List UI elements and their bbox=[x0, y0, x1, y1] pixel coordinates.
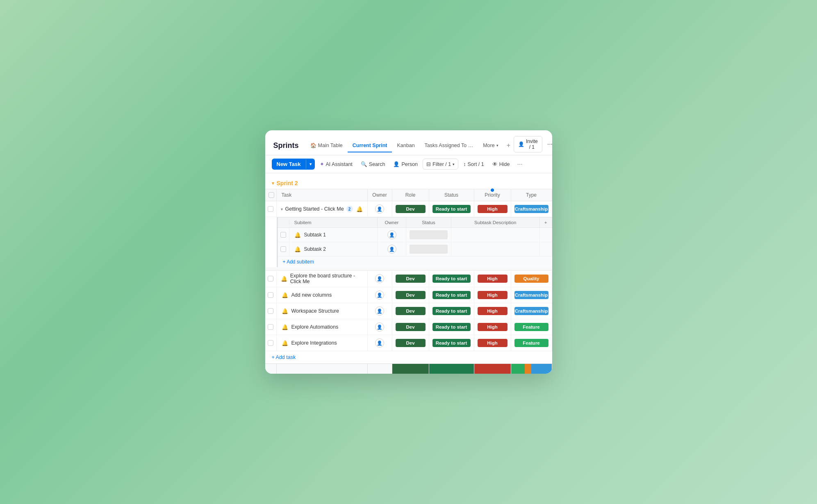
row-checkbox[interactable] bbox=[268, 324, 273, 330]
row-checkbox-cell bbox=[265, 303, 277, 319]
avatar[interactable]: 👤 bbox=[375, 204, 384, 213]
toolbar: New Task ▾ ✦ AI Assistant 🔍 Search 👤 Per… bbox=[265, 155, 552, 173]
row-checkbox[interactable] bbox=[268, 292, 273, 298]
task-cell[interactable]: 🔔 Explore the board structure - Click Me bbox=[277, 270, 368, 287]
subitem-name-cell[interactable]: 🔔 Subtask 2 bbox=[289, 242, 378, 256]
subitem-status-cell[interactable] bbox=[406, 242, 451, 256]
status-cell[interactable]: Ready to start bbox=[429, 335, 474, 351]
role-badge: Dev bbox=[396, 307, 426, 315]
tab-tasks-assigned[interactable]: Tasks Assigned To … bbox=[420, 139, 478, 152]
role-cell[interactable]: Dev bbox=[392, 303, 429, 319]
owner-cell: 👤 bbox=[368, 303, 392, 319]
role-cell[interactable]: Dev bbox=[392, 319, 429, 335]
subitem-th-add[interactable]: + bbox=[540, 218, 552, 227]
ai-assistant-button[interactable]: ✦ AI Assistant bbox=[316, 159, 356, 169]
add-task-button[interactable]: + Add task bbox=[265, 351, 552, 363]
subitem-avatar[interactable]: 👤 bbox=[387, 230, 396, 239]
owner-cell: 👤 bbox=[368, 201, 392, 217]
avatar[interactable]: 👤 bbox=[375, 322, 384, 331]
avatar[interactable]: 👤 bbox=[375, 274, 384, 283]
tab-kanban[interactable]: Kanban bbox=[392, 139, 419, 152]
subitem-owner-cell: 👤 bbox=[378, 228, 406, 242]
avatar[interactable]: 👤 bbox=[375, 338, 384, 347]
role-cell[interactable]: Dev bbox=[392, 201, 429, 217]
subitem-checkbox[interactable] bbox=[280, 232, 286, 238]
sprint-chevron-icon[interactable]: ▾ bbox=[272, 181, 274, 186]
role-cell[interactable]: Dev bbox=[392, 287, 429, 303]
priority-cell[interactable]: High bbox=[474, 303, 511, 319]
row-checkbox[interactable] bbox=[268, 340, 273, 346]
subitem-name-cell[interactable]: 🔔 Subtask 1 bbox=[289, 228, 378, 242]
subitem-desc-cell[interactable] bbox=[451, 242, 540, 256]
role-cell[interactable]: Dev bbox=[392, 271, 429, 286]
filter-button[interactable]: ⊟ Filter / 1 ▾ bbox=[423, 159, 458, 170]
notification-icon: 🔔 bbox=[281, 291, 289, 299]
type-cell[interactable]: Feature bbox=[511, 319, 552, 335]
new-task-button[interactable]: New Task ▾ bbox=[272, 159, 315, 170]
type-cell[interactable]: Craftsmanship bbox=[511, 201, 552, 217]
task-cell[interactable]: 🔔 Add new columns bbox=[277, 287, 368, 303]
search-button[interactable]: 🔍 Search bbox=[357, 159, 389, 169]
row-checkbox-cell bbox=[265, 201, 277, 217]
task-cell[interactable]: 🔔 Explore Automations bbox=[277, 319, 368, 335]
filter-icon: ⊟ bbox=[426, 161, 431, 167]
header-more-button[interactable]: ··· bbox=[545, 139, 552, 150]
priority-badge: High bbox=[478, 339, 507, 347]
th-role: Role bbox=[392, 189, 429, 201]
row-spacer bbox=[265, 267, 552, 270]
status-cell[interactable]: Ready to start bbox=[429, 271, 474, 286]
tab-more[interactable]: More ▾ bbox=[478, 139, 503, 152]
role-summary-bar bbox=[392, 364, 429, 374]
hide-button[interactable]: 👁 Hide bbox=[489, 159, 513, 169]
task-cell[interactable]: ▾ Getting Started - Click Me 2 🔔 bbox=[277, 201, 368, 217]
subitem-desc-cell[interactable] bbox=[451, 228, 540, 242]
new-task-arrow-icon[interactable]: ▾ bbox=[306, 159, 315, 169]
expand-icon[interactable]: ▾ bbox=[281, 207, 283, 211]
type-badge: Feature bbox=[514, 323, 548, 331]
select-all-checkbox[interactable] bbox=[269, 192, 274, 198]
tab-main-table[interactable]: 🏠 Main Table bbox=[305, 139, 348, 152]
subitem-avatar[interactable]: 👤 bbox=[387, 245, 396, 254]
type-bar-seg-quality bbox=[525, 364, 532, 374]
priority-cell[interactable]: High bbox=[474, 287, 511, 303]
priority-cell[interactable]: High bbox=[474, 319, 511, 335]
priority-cell[interactable]: High bbox=[474, 201, 511, 217]
summary-type bbox=[511, 364, 552, 374]
add-subitem-button[interactable]: + Add subitem bbox=[278, 257, 552, 267]
type-cell[interactable]: Craftsmanship bbox=[511, 287, 552, 303]
subitem-extra-cell bbox=[540, 228, 552, 242]
task-name: Workspace Structure bbox=[291, 308, 339, 314]
row-checkbox[interactable] bbox=[268, 206, 273, 212]
tab-current-sprint[interactable]: Current Sprint bbox=[348, 139, 392, 152]
new-task-label: New Task bbox=[272, 159, 306, 170]
app-window: Sprints 🏠 Main Table Current Sprint Kanb… bbox=[265, 130, 552, 374]
priority-bar-seg bbox=[474, 364, 511, 374]
priority-cell[interactable]: High bbox=[474, 335, 511, 351]
role-cell[interactable]: Dev bbox=[392, 335, 429, 351]
add-tab-button[interactable]: + bbox=[503, 138, 514, 152]
subitem-status-cell[interactable] bbox=[406, 228, 451, 242]
status-cell[interactable]: Ready to start bbox=[429, 201, 474, 217]
avatar[interactable]: 👤 bbox=[375, 291, 384, 300]
status-cell[interactable]: Ready to start bbox=[429, 287, 474, 303]
notification-icon: 🔔 bbox=[281, 275, 288, 283]
type-cell[interactable]: Feature bbox=[511, 335, 552, 351]
priority-cell[interactable]: High bbox=[474, 271, 511, 286]
row-checkbox[interactable] bbox=[268, 276, 273, 282]
sort-button[interactable]: ↕ Sort / 1 bbox=[460, 159, 487, 169]
person-filter-button[interactable]: 👤 Person bbox=[390, 159, 421, 169]
task-cell[interactable]: 🔔 Workspace Structure bbox=[277, 303, 368, 319]
avatar[interactable]: 👤 bbox=[375, 306, 384, 316]
status-cell[interactable]: Ready to start bbox=[429, 319, 474, 335]
toolbar-more-button[interactable]: ··· bbox=[515, 159, 524, 170]
row-checkbox[interactable] bbox=[268, 308, 273, 314]
type-cell[interactable]: Quality bbox=[511, 271, 552, 286]
subitem-checkbox[interactable] bbox=[280, 246, 286, 252]
task-cell[interactable]: 🔔 Explore Integrations bbox=[277, 335, 368, 351]
type-cell[interactable]: Craftsmanship bbox=[511, 303, 552, 319]
invite-button[interactable]: 👤 Invite / 1 bbox=[514, 136, 542, 152]
table-row: 🔔 Add new columns 👤 Dev Ready to start H… bbox=[265, 287, 552, 303]
status-cell[interactable]: Ready to start bbox=[429, 303, 474, 319]
tab-bar: 🏠 Main Table Current Sprint Kanban Tasks… bbox=[305, 138, 514, 152]
summary-role bbox=[392, 364, 429, 374]
